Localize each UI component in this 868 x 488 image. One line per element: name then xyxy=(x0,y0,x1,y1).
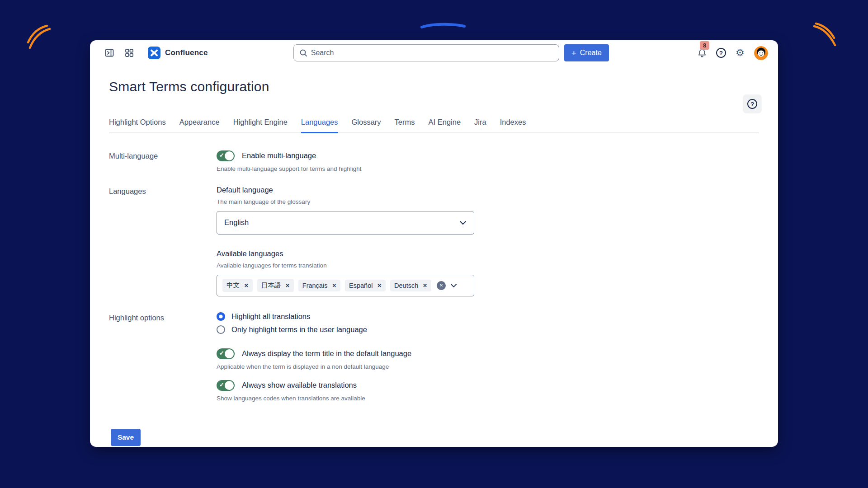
remove-chip-icon[interactable]: ✕ xyxy=(332,282,336,289)
enable-multi-language-toggle[interactable]: ✓ xyxy=(217,150,235,161)
page-help-button[interactable]: ? xyxy=(743,94,762,113)
avatar-face-icon xyxy=(754,46,768,60)
chevron-down-icon[interactable] xyxy=(450,283,457,288)
tab-terms[interactable]: Terms xyxy=(395,118,415,133)
language-chip-label: Français xyxy=(302,282,328,289)
default-language-description: The main language of the glossary xyxy=(217,198,778,205)
radio-highlight-all-translations[interactable] xyxy=(217,312,225,321)
search-input[interactable] xyxy=(311,49,553,57)
notification-count-badge: 8 xyxy=(700,41,709,50)
available-languages-description: Available languages for terms translatio… xyxy=(217,262,778,269)
save-button[interactable]: Save xyxy=(111,429,141,446)
tab-appearance[interactable]: Appearance xyxy=(179,118,220,133)
language-chip: 日本語 ✕ xyxy=(257,279,294,292)
languages-settings-form: Multi-language ✓ Enable multi-language E… xyxy=(109,150,778,447)
search-bar[interactable] xyxy=(293,44,559,61)
available-languages-multiselect[interactable]: 中文 ✕ 日本語 ✕ Français ✕ Español ✕ xyxy=(217,275,474,296)
toggle-knob xyxy=(225,381,234,390)
blue-arc-decoration xyxy=(420,21,467,31)
app-name: Confluence xyxy=(165,48,208,57)
chevron-down-icon xyxy=(459,221,467,225)
tab-languages[interactable]: Languages xyxy=(301,118,338,133)
always-show-translations-description: Show languages codes when translations a… xyxy=(217,395,778,402)
remove-chip-icon[interactable]: ✕ xyxy=(377,282,382,289)
question-icon: ? xyxy=(716,48,726,58)
orange-swoosh-right-decoration xyxy=(811,23,840,51)
tab-highlight-engine[interactable]: Highlight Engine xyxy=(233,118,288,133)
app-switcher-button[interactable] xyxy=(122,45,137,61)
radio-label: Only highlight terms in the user languag… xyxy=(231,325,367,334)
highlight-options-row: Highlight options Highlight all translat… xyxy=(109,312,778,402)
always-show-translations-label: Always show available translations xyxy=(242,381,357,389)
section-label-multi-language: Multi-language xyxy=(109,150,217,172)
language-chip: Deutsch ✕ xyxy=(390,280,431,291)
sidebar-toggle-button[interactable] xyxy=(102,45,117,61)
remove-chip-icon[interactable]: ✕ xyxy=(423,282,427,289)
always-display-term-title-label: Always display the term title in the def… xyxy=(242,349,411,358)
confluence-logo-icon xyxy=(148,47,160,59)
orange-swoosh-left-decoration xyxy=(26,22,58,50)
create-button-label: Create xyxy=(580,49,602,57)
radio-label: Highlight all translations xyxy=(231,312,310,321)
help-button[interactable]: ? xyxy=(713,45,729,61)
section-label-highlight-options: Highlight options xyxy=(109,312,217,402)
language-chip: Español ✕ xyxy=(345,280,386,291)
user-avatar[interactable] xyxy=(754,46,768,60)
toggle-knob xyxy=(225,151,234,160)
language-chip: 中文 ✕ xyxy=(222,279,253,292)
language-chip-label: Deutsch xyxy=(394,282,418,289)
confluence-window: Confluence + Create 8 xyxy=(90,40,778,447)
tab-highlight-options[interactable]: Highlight Options xyxy=(109,118,166,133)
tab-jira[interactable]: Jira xyxy=(474,118,486,133)
check-icon: ✓ xyxy=(219,381,224,388)
multi-language-description: Enable multi-language support for terms … xyxy=(217,165,778,172)
plus-icon: + xyxy=(571,49,576,57)
radio-only-user-language[interactable] xyxy=(217,325,225,334)
app-grid-icon xyxy=(125,48,134,57)
page-title: Smart Terms configuration xyxy=(109,79,778,94)
confluence-home-link[interactable]: Confluence xyxy=(148,47,208,59)
default-language-label: Default language xyxy=(217,186,778,194)
section-label-languages: Languages xyxy=(109,186,217,296)
multi-language-row: Multi-language ✓ Enable multi-language E… xyxy=(109,150,778,172)
language-chip: Français ✕ xyxy=(298,280,340,291)
create-button[interactable]: + Create xyxy=(564,44,609,61)
always-display-term-title-toggle[interactable]: ✓ xyxy=(217,348,235,359)
always-show-translations-toggle[interactable]: ✓ xyxy=(217,380,235,391)
tab-glossary[interactable]: Glossary xyxy=(352,118,381,133)
enable-multi-language-label: Enable multi-language xyxy=(242,151,316,160)
default-language-value: English xyxy=(224,218,249,227)
default-language-select[interactable]: English xyxy=(217,211,474,235)
tab-indexes[interactable]: Indexes xyxy=(500,118,526,133)
app-header: Confluence + Create 8 xyxy=(90,40,778,66)
always-display-term-title-description: Applicable when the term is displayed in… xyxy=(217,363,778,370)
toggle-knob xyxy=(225,349,234,358)
check-icon: ✓ xyxy=(219,152,224,159)
check-icon: ✓ xyxy=(219,350,224,357)
tab-ai-engine[interactable]: AI Engine xyxy=(429,118,461,133)
search-icon xyxy=(299,49,307,57)
settings-tabs: Highlight Options Appearance Highlight E… xyxy=(109,118,759,133)
sidebar-toggle-icon xyxy=(104,48,114,58)
remove-chip-icon[interactable]: ✕ xyxy=(285,282,290,289)
clear-all-icon[interactable]: ✕ xyxy=(437,281,446,290)
remove-chip-icon[interactable]: ✕ xyxy=(244,282,249,289)
question-icon: ? xyxy=(747,99,757,109)
gear-icon: ⚙ xyxy=(736,48,745,58)
settings-button[interactable]: ⚙ xyxy=(732,45,748,61)
language-chip-label: Español xyxy=(349,282,373,289)
language-chip-label: 中文 xyxy=(226,281,240,290)
available-languages-label: Available languages xyxy=(217,249,778,258)
language-chip-label: 日本語 xyxy=(261,281,281,290)
languages-row: Languages Default language The main lang… xyxy=(109,186,778,296)
